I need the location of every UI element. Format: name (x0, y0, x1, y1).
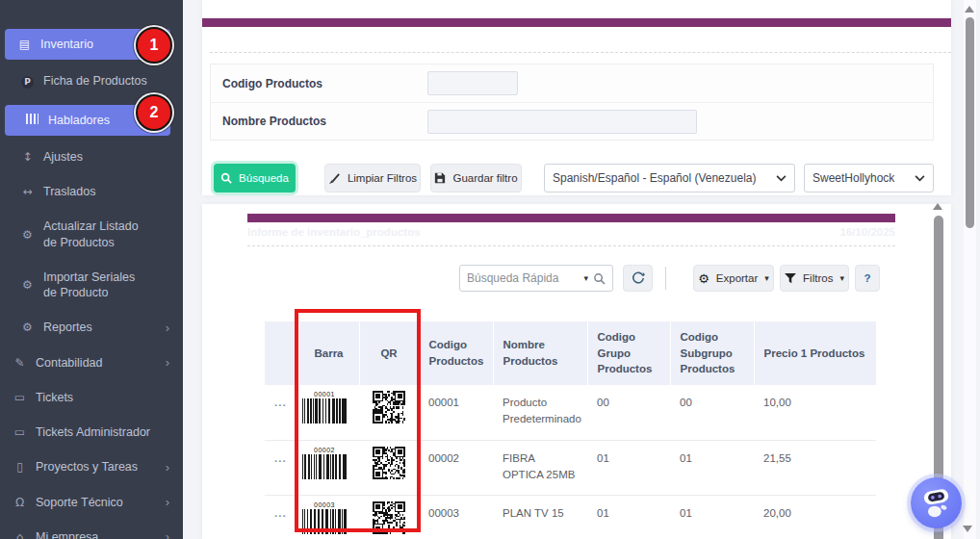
cell-subgrupo: 01 (670, 495, 754, 539)
sidebar-item-proyectos-y-tareas[interactable]: ▯ Proyectos y Tareas › (0, 455, 183, 478)
toolbar-divider (665, 267, 666, 290)
p-circle-icon: P (20, 74, 35, 89)
cell-subgrupo: 00 (670, 385, 754, 440)
brush-icon (328, 172, 341, 185)
chevron-right-icon: › (166, 321, 175, 335)
inner-scroll-up-arrow[interactable] (933, 203, 942, 210)
sidebar-item-contabilidad[interactable]: ✎ Contabilidad › (0, 351, 183, 374)
filtros-label: Filtros (803, 272, 833, 284)
app-window: ▤ Inventario P Ficha de Productos Hablad… (0, 0, 980, 539)
cell-nombre: Producto Predeterminado (493, 385, 587, 440)
barcode-image (302, 398, 347, 424)
language-select[interactable]: Spanish/Español - Español (Venezuela) (544, 164, 795, 192)
qr-code-image (373, 447, 405, 479)
sidebar-item-actualizar-listado[interactable]: ⚙ Actualizar Listado de Productos (0, 215, 159, 254)
exportar-label: Exportar (716, 272, 758, 284)
sidebar-item-label: Inventario (40, 37, 93, 52)
refresh-button[interactable] (623, 265, 653, 292)
filtros-button[interactable]: Filtros ▾ (780, 265, 849, 292)
codigo-productos-input[interactable] (427, 71, 518, 95)
panel-accent-bar (202, 18, 951, 27)
journal-icon: ✎ (13, 356, 27, 370)
sidebar-item-mi-empresa[interactable]: ⌂ Mi empresa › (0, 526, 183, 539)
file-icon: ▯ (13, 460, 27, 474)
nombre-productos-label: Nombre Productos (222, 115, 427, 128)
arrows-vertical-icon: ↕ (20, 150, 35, 164)
cell-subgrupo: 01 (670, 440, 754, 495)
qr-code-image (373, 501, 405, 534)
caret-down-icon: ▾ (764, 273, 769, 283)
sidebar-item-label: Tickets (36, 390, 73, 405)
col-menu (265, 321, 298, 385)
barcode-icon (25, 114, 39, 127)
sidebar-item-label: Reportes (43, 320, 92, 335)
annotation-badge-2: 2 (136, 94, 172, 131)
sidebar-item-traslados[interactable]: ↔ Traslados (0, 180, 183, 203)
cell-grupo: 01 (587, 495, 670, 539)
row-menu-button[interactable]: ... (274, 397, 287, 408)
cell-codigo: 00002 (419, 440, 493, 495)
guardar-filtro-button[interactable]: Guardar filtro (430, 164, 522, 192)
limpiar-filtros-label: Limpiar Filtros (348, 172, 417, 184)
theme-select[interactable]: SweetHollyhock (804, 164, 934, 192)
sidebar-item-label: Habladores (48, 113, 110, 128)
filter-funnel-icon (785, 273, 796, 284)
help-label: ? (864, 272, 870, 284)
sidebar-item-tickets[interactable]: ▭ Tickets (0, 386, 183, 409)
col-codigo-grupo: Codigo Grupo Productos (587, 321, 670, 385)
scroll-up-arrow[interactable] (965, 6, 974, 13)
sidebar-item-tickets-administrador[interactable]: ▭ Tickets Administrador (0, 421, 183, 444)
chevron-down-icon (776, 175, 787, 182)
sidebar-item-ajustes[interactable]: ↕ Ajustes (0, 145, 183, 168)
scroll-down-arrow[interactable] (963, 526, 972, 532)
col-qr: QR (359, 321, 419, 385)
ticket-icon: ▭ (13, 425, 27, 439)
col-precio1: Precio 1 Productos (754, 321, 876, 385)
filter-fields-card: Codigo Productos Nombre Productos (210, 64, 934, 141)
chevron-right-icon: › (166, 355, 175, 370)
chevron-down-icon[interactable]: ▾ (583, 273, 588, 283)
codigo-productos-label: Codigo Productos (222, 77, 427, 90)
page-scrollbar-thumb[interactable] (966, 17, 974, 228)
exportar-button[interactable]: ⚙ Exportar ▾ (693, 265, 774, 292)
search-icon (220, 172, 232, 184)
limpiar-filtros-button[interactable]: Limpiar Filtros (324, 164, 421, 192)
sidebar-item-label: Importar Seriales de Producto (43, 270, 151, 301)
sidebar-item-reportes[interactable]: ⚙ Reportes › (0, 316, 183, 339)
sidebar-item-label: Tickets Administrador (36, 424, 150, 440)
quick-search-input[interactable] (467, 271, 583, 285)
annotation-badge-1: 1 (136, 27, 172, 64)
save-icon (434, 172, 446, 184)
cell-codigo: 00001 (419, 385, 493, 440)
qr-code-image (373, 391, 405, 424)
arrows-horizontal-icon: ↔ (20, 185, 35, 198)
report-accent-bar (247, 214, 895, 222)
chatbot-button[interactable] (911, 477, 962, 528)
help-button[interactable]: ? (855, 265, 880, 292)
ticket-icon: ▭ (13, 391, 27, 404)
col-codigo-productos: Codigo Productos (419, 321, 493, 385)
cell-nombre: PLAN TV 15 (493, 495, 587, 539)
nombre-productos-input[interactable] (427, 110, 697, 134)
cell-precio: 20,00 (754, 495, 876, 539)
sidebar-item-label: Contabilidad (36, 355, 103, 371)
row-menu-button[interactable]: ... (274, 452, 287, 464)
dashed-divider (247, 245, 895, 246)
language-select-value: Spanish/Español - Español (Venezuela) (553, 171, 776, 185)
quick-search-box: ▾ (459, 265, 613, 292)
cell-grupo: 01 (587, 440, 670, 495)
sidebar-item-importar-seriales[interactable]: ⚙ Importar Seriales de Producto (0, 266, 159, 305)
row-menu-button[interactable]: ... (274, 507, 287, 519)
sidebar-item-ficha-de-productos[interactable]: P Ficha de Productos (0, 69, 183, 92)
search-icon[interactable] (593, 272, 606, 285)
chevron-right-icon: › (166, 495, 175, 509)
sidebar-item-soporte-tecnico[interactable]: Ω Soporte Técnico › (0, 491, 183, 514)
cell-grupo: 00 (587, 385, 670, 440)
building-icon: ⌂ (13, 530, 27, 539)
barcode-number: 00001 (314, 391, 335, 398)
cell-precio: 10,00 (754, 385, 876, 440)
caret-down-icon: ▾ (839, 273, 844, 283)
chevron-right-icon: › (166, 460, 175, 475)
busqueda-button[interactable]: Búsqueda (214, 164, 296, 192)
headset-icon: Ω (13, 496, 27, 509)
